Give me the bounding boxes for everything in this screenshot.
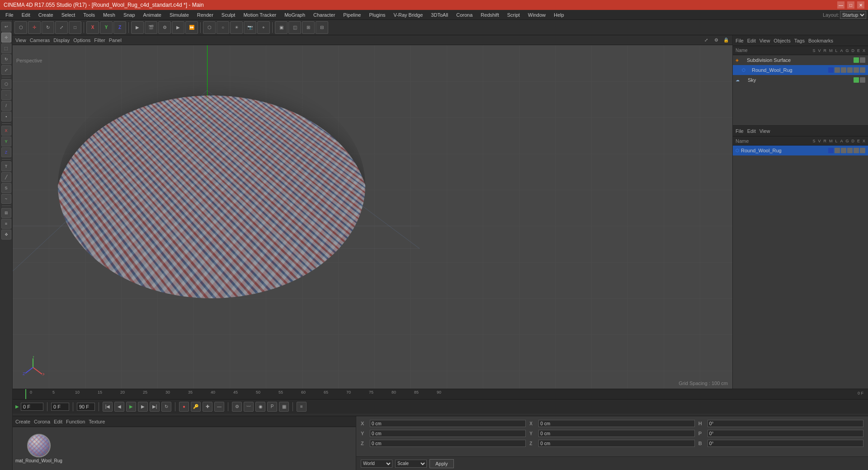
attr-blue-icon[interactable]	[828, 148, 834, 153]
toolbar-deformer[interactable]: ⌖	[257, 21, 270, 34]
obj-row-subdivision[interactable]: ◈ Subdivision Surface	[733, 55, 868, 65]
tool-x-axis[interactable]: X	[1, 126, 11, 136]
tool-z-axis[interactable]: Z	[1, 147, 11, 157]
toolbar-display-3[interactable]: ⊞	[302, 21, 315, 34]
vp-icon-lock[interactable]: 🔒	[722, 37, 730, 44]
attr-menu-file[interactable]: File	[736, 128, 744, 134]
menu-mograph[interactable]: MoGraph	[281, 11, 309, 19]
obj-sky-vis[interactable]	[854, 77, 859, 83]
toolbar-render-settings[interactable]: ⚙	[158, 21, 171, 34]
btn-motion-extra[interactable]: ▦	[279, 402, 289, 412]
toolbar-light[interactable]: ☀	[230, 21, 243, 34]
obj-menu-file[interactable]: File	[736, 38, 744, 43]
current-frame-input[interactable]	[21, 403, 43, 411]
tool-edge-mode[interactable]: /	[1, 101, 11, 111]
vp-menu-panel[interactable]: Panel	[109, 38, 122, 43]
layout-select[interactable]: Startup	[840, 11, 866, 19]
toolbar-axis-x[interactable]: X	[86, 21, 99, 34]
obj-sky-tag[interactable]	[860, 77, 865, 83]
toolbar-display-4[interactable]: ⊟	[316, 21, 328, 34]
menu-mesh[interactable]: Mesh	[99, 11, 119, 19]
tool-y-axis[interactable]: Y	[1, 136, 11, 146]
toolbar-sphere[interactable]: ○	[217, 21, 229, 34]
attr-menu-view[interactable]: View	[760, 128, 770, 134]
tool-view-top[interactable]: T	[1, 161, 11, 171]
menu-snap[interactable]: Snap	[120, 11, 139, 19]
btn-go-end[interactable]: ▶|	[150, 402, 160, 412]
mat-menu-function[interactable]: Function	[66, 419, 85, 424]
coord-y-pos-input[interactable]	[370, 430, 526, 437]
tool-undo[interactable]: ↩	[1, 22, 11, 32]
btn-del-key[interactable]: —	[214, 402, 224, 412]
obj-rug-tag3[interactable]	[847, 67, 853, 73]
tool-line[interactable]: ╱	[1, 172, 11, 182]
obj-row-sky[interactable]: ☁ Sky	[733, 75, 868, 85]
coord-y-rot-input[interactable]	[538, 430, 694, 437]
tool-layer[interactable]: ≡	[1, 219, 11, 229]
obj-rug-blue-icon[interactable]	[828, 67, 834, 73]
coord-x-pos-input[interactable]	[370, 420, 526, 427]
coord-b-input[interactable]	[708, 440, 863, 447]
toolbar-obj-mode[interactable]: ⬡	[14, 21, 27, 34]
tool-extra[interactable]: ❖	[1, 230, 11, 240]
btn-timeline-options[interactable]: ⚙	[232, 402, 242, 412]
obj-vis-icon[interactable]	[854, 57, 859, 63]
mat-menu-create[interactable]: Create	[15, 419, 30, 424]
menu-vray[interactable]: V-Ray Bridge	[390, 11, 427, 19]
start-frame-input[interactable]	[51, 403, 69, 411]
obj-rug-tag2[interactable]	[841, 67, 846, 73]
menu-help[interactable]: Help	[550, 11, 568, 19]
obj-menu-objects[interactable]: Objects	[774, 38, 790, 43]
menu-sculpt[interactable]: Sculpt	[218, 11, 239, 19]
tool-poly-mode[interactable]: ▪	[1, 112, 11, 122]
coord-world-select[interactable]: World Object Parent	[361, 460, 392, 468]
toolbar-cube[interactable]: ⬡	[203, 21, 216, 34]
tool-smooth[interactable]: ~	[1, 194, 11, 204]
obj-menu-view[interactable]: View	[760, 38, 770, 43]
btn-autokey[interactable]: 🔑	[191, 402, 201, 412]
toolbar-axis-z[interactable]: Z	[113, 21, 126, 34]
tool-scale[interactable]: ⤢	[1, 65, 11, 75]
btn-play[interactable]: ▶	[126, 402, 136, 412]
menu-pipeline[interactable]: Pipeline	[340, 11, 364, 19]
toolbar-move[interactable]: ✛	[28, 21, 41, 34]
menu-animate[interactable]: Animate	[140, 11, 165, 19]
obj-menu-bookmarks[interactable]: Bookmarks	[808, 38, 833, 43]
btn-motion-record[interactable]: ◉	[255, 402, 265, 412]
viewport-canvas[interactable]: Perspective	[13, 45, 732, 389]
btn-loop[interactable]: ↻	[161, 402, 171, 412]
menu-motion-tracker[interactable]: Motion Tracker	[240, 11, 280, 19]
attr-tag4[interactable]	[854, 148, 859, 153]
menu-character[interactable]: Character	[310, 11, 339, 19]
coord-z-rot-input[interactable]	[538, 440, 694, 447]
coord-p-input[interactable]	[708, 430, 863, 437]
attr-selected-row[interactable]: ⬡ Round_Wool_Rug	[733, 146, 868, 155]
mat-item-rug[interactable]: mat_Round_Wool_Rug	[15, 434, 62, 463]
btn-prev-frame[interactable]: ◀	[114, 402, 124, 412]
menu-script[interactable]: Script	[504, 11, 524, 19]
obj-row-rug[interactable]: ⬡ Round_Wool_Rug	[733, 65, 868, 75]
vp-menu-filter[interactable]: Filter	[94, 38, 105, 43]
obj-menu-tags[interactable]: Tags	[794, 38, 805, 43]
obj-rug-tag4[interactable]	[854, 67, 859, 73]
attr-menu-edit[interactable]: Edit	[747, 128, 756, 134]
vp-menu-view[interactable]: View	[15, 38, 26, 43]
coord-scale-select[interactable]: Scale Absolute Scale	[395, 460, 427, 468]
menu-render[interactable]: Render	[193, 11, 217, 19]
mat-menu-edit[interactable]: Edit	[54, 419, 62, 424]
mat-menu-texture[interactable]: Texture	[89, 419, 105, 424]
attr-tag1[interactable]	[835, 148, 840, 153]
btn-motion-path[interactable]: 〰	[244, 402, 254, 412]
coord-x-rot-input[interactable]	[538, 420, 694, 427]
menu-redshift[interactable]: Redshift	[477, 11, 502, 19]
mat-menu-corona[interactable]: Corona	[34, 419, 50, 424]
vp-menu-display[interactable]: Display	[53, 38, 70, 43]
attr-tag2[interactable]	[841, 148, 846, 153]
attr-tag3[interactable]	[847, 148, 853, 153]
coord-z-pos-input[interactable]	[370, 440, 526, 447]
menu-corona[interactable]: Corona	[453, 11, 476, 19]
menu-create[interactable]: Create	[35, 11, 57, 19]
toolbar-scale[interactable]: ⤢	[55, 21, 68, 34]
vp-menu-cameras[interactable]: Cameras	[30, 38, 50, 43]
toolbar-camera[interactable]: 📷	[244, 21, 256, 34]
